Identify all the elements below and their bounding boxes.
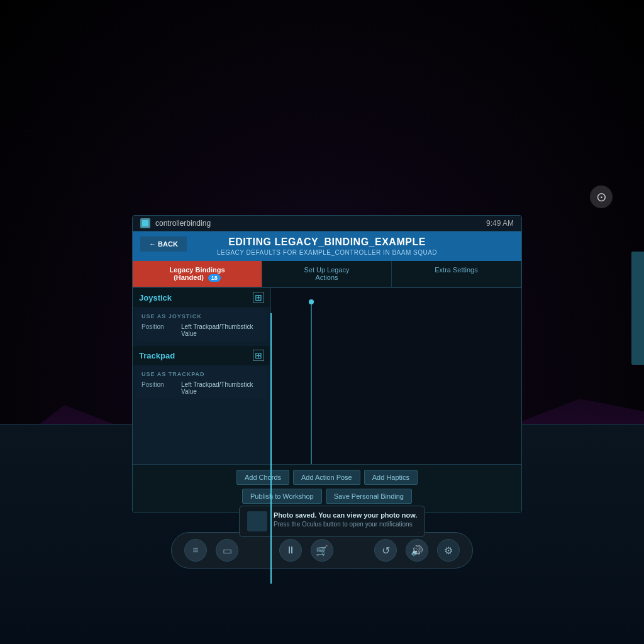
joystick-binding-row: Position Left Trackpad/Thumbstick Value xyxy=(142,323,262,337)
tab-setup-legacy[interactable]: Set Up LegacyActions xyxy=(262,261,392,287)
left-panel: Joystick ⊞ USE AS JOYSTICK Position Left… xyxy=(133,288,271,464)
window-title: controllerbinding xyxy=(155,219,211,228)
content-area: Joystick ⊞ USE AS JOYSTICK Position Left… xyxy=(133,288,521,464)
taskbar-right: ↺ 🔊 ⚙ xyxy=(374,539,460,562)
joystick-position-value: Left Trackpad/Thumbstick Value xyxy=(181,323,262,337)
joystick-group-title: USE AS JOYSTICK xyxy=(142,313,262,319)
right-panel xyxy=(271,288,521,464)
trackpad-group-title: USE AS TRACKPAD xyxy=(142,371,262,377)
joystick-add-button[interactable]: ⊞ xyxy=(253,292,264,303)
toast-subtitle: Press the Oculus button to open your not… xyxy=(274,521,417,528)
add-haptics-button[interactable]: Add Haptics xyxy=(364,470,418,485)
taskbar: ≡ ▭ ⏸ 🛒 ↺ 🔊 ⚙ xyxy=(171,532,473,569)
settings-button[interactable]: ⚙ xyxy=(437,539,460,562)
header-title: EDITING LEGACY_BINDING_EXAMPLE xyxy=(217,236,437,248)
refresh-button[interactable]: ↺ xyxy=(374,539,397,562)
steam-icon[interactable]: ⊙ xyxy=(590,186,613,208)
tab-label-2: Extra Settings xyxy=(435,266,477,274)
trackpad-add-button[interactable]: ⊞ xyxy=(253,350,264,361)
window-icon xyxy=(140,218,150,228)
joystick-binding-group: USE AS JOYSTICK Position Left Trackpad/T… xyxy=(136,309,267,341)
joystick-section-header: Joystick ⊞ xyxy=(133,288,270,307)
toast-icon xyxy=(247,511,267,531)
header-title-area: EDITING LEGACY_BINDING_EXAMPLE LEGACY DE… xyxy=(217,236,437,256)
publish-buttons-row: Publish to Workshop Save Personal Bindin… xyxy=(139,489,515,504)
desktop-button[interactable]: ▭ xyxy=(216,539,238,562)
save-personal-binding-button[interactable]: Save Personal Binding xyxy=(326,489,412,504)
action-buttons-row: Add Chords Add Action Pose Add Haptics xyxy=(139,470,515,485)
trackpad-binding-row: Position Left Trackpad/Thumbstick Value xyxy=(142,381,262,395)
main-window: controllerbinding 9:49 AM ← BACK EDITING… xyxy=(132,215,522,513)
trackpad-position-label: Position xyxy=(142,381,176,388)
toast-title: Photo saved. You can view your photo now… xyxy=(274,511,417,519)
add-chords-button[interactable]: Add Chords xyxy=(236,470,289,485)
trackpad-position-value: Left Trackpad/Thumbstick Value xyxy=(181,381,262,395)
tab-extra-settings[interactable]: Extra Settings xyxy=(392,261,521,287)
back-button[interactable]: ← BACK xyxy=(140,236,187,252)
menu-button[interactable]: ≡ xyxy=(184,539,207,562)
store-button[interactable]: 🛒 xyxy=(311,539,333,562)
joystick-title: Joystick xyxy=(139,293,172,303)
header-subtitle: LEGACY DEFAULTS FOR EXAMPLE_CONTROLLER I… xyxy=(217,249,437,256)
tab-badge-0: 18 xyxy=(208,274,221,282)
notification-toast: Photo saved. You can view your photo now… xyxy=(239,506,425,537)
connector-line xyxy=(270,313,272,584)
trackpad-binding-group: USE AS TRACKPAD Position Left Trackpad/T… xyxy=(136,367,267,399)
taskbar-center: ⏸ 🛒 xyxy=(279,539,333,562)
tab-label-1: Set Up LegacyActions xyxy=(304,266,349,281)
svg-rect-0 xyxy=(142,220,148,226)
toast-text-area: Photo saved. You can view your photo now… xyxy=(274,511,417,528)
add-action-pose-button[interactable]: Add Action Pose xyxy=(293,470,360,485)
connector-svg xyxy=(271,288,521,464)
joystick-position-label: Position xyxy=(142,323,176,330)
library-button[interactable]: ⏸ xyxy=(279,539,302,562)
tab-legacy-bindings[interactable]: Legacy Bindings(Handed) 18 xyxy=(133,261,262,287)
header-bar: ← BACK EDITING LEGACY_BINDING_EXAMPLE LE… xyxy=(133,231,521,261)
window-titlebar: controllerbinding 9:49 AM xyxy=(133,216,521,231)
header-row: ← BACK EDITING LEGACY_BINDING_EXAMPLE LE… xyxy=(140,236,514,256)
window-time: 9:49 AM xyxy=(486,219,514,228)
taskbar-left: ≡ ▭ xyxy=(184,539,238,562)
trackpad-title: Trackpad xyxy=(139,351,175,360)
side-panel xyxy=(631,252,644,365)
trackpad-section-header: Trackpad ⊞ xyxy=(133,346,270,365)
volume-button[interactable]: 🔊 xyxy=(406,539,428,562)
publish-workshop-button[interactable]: Publish to Workshop xyxy=(242,489,322,504)
tabs-bar: Legacy Bindings(Handed) 18 Set Up Legacy… xyxy=(133,261,521,288)
